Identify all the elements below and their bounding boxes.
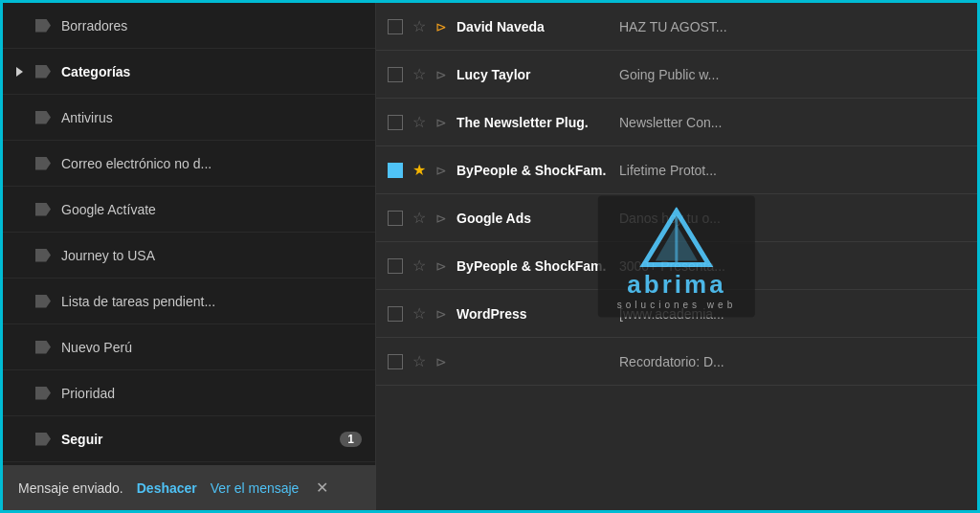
email-list-panel: ☆⊳David NavedaHAZ TU AGOST...☆⊳Lucy Tayl…: [376, 3, 977, 510]
star-icon[interactable]: ☆: [412, 256, 426, 275]
tag-icon: [34, 17, 52, 34]
email-sender: Lucy Taylor: [457, 67, 610, 82]
email-sender: ByPeople & ShockFam.: [457, 258, 610, 274]
sidebar-item-categorias[interactable]: Categorías: [3, 49, 375, 95]
star-icon[interactable]: ☆: [412, 304, 426, 323]
sidebar-item-label: Google Actívate: [61, 202, 156, 217]
label-arrow-icon: ⊳: [435, 115, 447, 130]
email-subject: HAZ TU AGOST...: [619, 19, 966, 34]
label-arrow-icon: ⊳: [435, 306, 447, 322]
star-icon[interactable]: ☆: [412, 17, 426, 35]
email-subject: Newsletter Con...: [619, 115, 966, 130]
label-arrow-icon: ⊳: [435, 163, 447, 178]
sidebar: BorradoresCategoríasAntivirusCorreo elec…: [3, 3, 376, 510]
email-subject: [www.academia...: [619, 306, 966, 322]
email-list: ☆⊳David NavedaHAZ TU AGOST...☆⊳Lucy Tayl…: [376, 3, 977, 510]
sidebar-item-borradores[interactable]: Borradores: [3, 3, 375, 49]
email-subject: Recordatorio: D...: [619, 354, 966, 369]
email-sender: ByPeople & ShockFam.: [457, 163, 610, 178]
star-icon[interactable]: ☆: [412, 65, 426, 83]
email-row[interactable]: ☆⊳ByPeople & ShockFam.3000+ Presenta...: [376, 242, 977, 290]
view-message-button[interactable]: Ver el mensaje: [211, 480, 300, 496]
email-row[interactable]: ☆⊳Google AdsDanos hoy tu o...: [376, 194, 977, 242]
label-arrow-icon: ⊳: [435, 19, 447, 34]
tag-icon: [34, 431, 52, 448]
tag-icon: [34, 293, 52, 310]
sidebar-item-label: Seguir: [61, 432, 103, 447]
tag-icon: [34, 109, 52, 126]
sidebar-item-seguir[interactable]: Seguir1: [3, 416, 375, 462]
tag-icon: [34, 385, 52, 402]
sidebar-item-lista-tareas[interactable]: Lista de tareas pendient...: [3, 279, 375, 324]
sidebar-item-correo[interactable]: Correo electrónico no d...: [3, 141, 375, 187]
email-checkbox[interactable]: [388, 163, 403, 178]
sidebar-item-label: Antivirus: [61, 110, 113, 125]
sidebar-item-label: Journey to USA: [61, 248, 155, 263]
star-icon[interactable]: ☆: [412, 113, 426, 131]
expand-arrow-icon: [16, 67, 23, 77]
sidebar-item-label: Borradores: [61, 18, 127, 33]
email-checkbox[interactable]: [388, 258, 403, 274]
email-row[interactable]: ★⊳ByPeople & ShockFam.Lifetime Protot...: [376, 146, 977, 194]
email-sender: WordPress: [457, 306, 610, 322]
app-layout: BorradoresCategoríasAntivirusCorreo elec…: [3, 3, 977, 510]
email-checkbox[interactable]: [388, 306, 403, 322]
sidebar-item-google-activate[interactable]: Google Actívate: [3, 187, 375, 233]
sidebar-item-label: Prioridad: [61, 386, 115, 401]
close-notification-button[interactable]: ✕: [316, 479, 328, 497]
email-row[interactable]: ☆⊳Recordatorio: D...: [376, 338, 977, 386]
email-checkbox[interactable]: [388, 67, 403, 82]
email-subject: Danos hoy tu o...: [619, 211, 966, 226]
notification-bar: Mensaje enviado. Deshacer Ver el mensaje…: [3, 465, 376, 510]
label-arrow-icon: ⊳: [435, 67, 447, 82]
email-row[interactable]: ☆⊳David NavedaHAZ TU AGOST...: [376, 3, 977, 51]
email-checkbox[interactable]: [388, 354, 403, 369]
email-checkbox[interactable]: [388, 115, 403, 130]
star-icon[interactable]: ☆: [412, 209, 426, 227]
email-row[interactable]: ☆⊳Lucy TaylorGoing Public w...: [376, 51, 977, 99]
email-row[interactable]: ☆⊳WordPress[www.academia...: [376, 290, 977, 338]
undo-button[interactable]: Deshacer: [137, 480, 197, 496]
item-badge: 1: [340, 432, 362, 447]
email-subject: Lifetime Protot...: [619, 163, 966, 178]
email-sender: David Naveda: [457, 19, 610, 34]
sidebar-item-label: Lista de tareas pendient...: [61, 294, 215, 309]
tag-icon: [34, 247, 52, 264]
sidebar-item-label: Nuevo Perú: [61, 340, 132, 355]
email-subject: Going Public w...: [619, 67, 966, 82]
sidebar-item-antivirus[interactable]: Antivirus: [3, 95, 375, 141]
tag-icon: [34, 63, 52, 80]
email-row[interactable]: ☆⊳The Newsletter Plug.Newsletter Con...: [376, 99, 977, 146]
star-icon[interactable]: ★: [412, 161, 426, 179]
email-checkbox[interactable]: [388, 211, 403, 226]
email-checkbox[interactable]: [388, 19, 403, 34]
notification-message: Mensaje enviado.: [18, 480, 123, 496]
tag-icon: [34, 339, 52, 356]
email-sender: The Newsletter Plug.: [457, 115, 610, 130]
tag-icon: [34, 155, 52, 172]
sidebar-item-label: Correo electrónico no d...: [61, 156, 212, 171]
email-subject: 3000+ Presenta...: [619, 258, 966, 274]
sidebar-item-label: Categorías: [61, 64, 130, 79]
sidebar-item-journey-to-usa[interactable]: Journey to USA: [3, 233, 375, 279]
email-sender: Google Ads: [457, 211, 610, 226]
sidebar-item-nuevo-peru[interactable]: Nuevo Perú: [3, 324, 375, 370]
label-arrow-icon: ⊳: [435, 354, 447, 369]
tag-icon: [34, 201, 52, 218]
sidebar-item-prioridad[interactable]: Prioridad: [3, 370, 375, 416]
label-arrow-icon: ⊳: [435, 258, 447, 274]
star-icon[interactable]: ☆: [412, 352, 426, 370]
label-arrow-icon: ⊳: [435, 211, 447, 226]
